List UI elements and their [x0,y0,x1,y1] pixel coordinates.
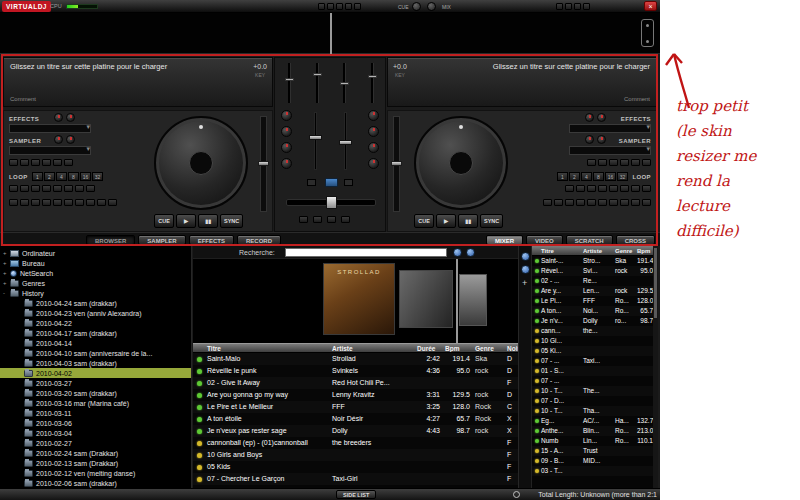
deck1-effect-selector[interactable]: ▾ [9,124,91,133]
tab-cross[interactable]: CROSS [616,235,655,245]
loop-length-button[interactable]: 32 [617,172,628,181]
track-row[interactable]: Le Pire et Le MeilleurFFF3:25128.0RockC [193,401,518,413]
knob[interactable] [66,135,75,144]
deck2-title-area[interactable]: Glissez un titre sur cette platine pour … [387,57,657,107]
loop-length-button[interactable]: 4 [581,172,592,181]
close-button[interactable]: × [644,1,657,11]
sidelist-row[interactable]: Anthe...Blin...Ro...213.0 [532,426,654,436]
sidelist-row[interactable]: 09 - B...MID... [532,456,654,466]
column-header[interactable]: Genre [614,246,636,255]
knob[interactable] [281,126,292,137]
knob[interactable] [54,113,63,122]
knob[interactable] [66,113,75,122]
mini-button[interactable] [64,199,73,206]
sidelist-row[interactable]: 07 - ... [532,376,654,386]
transport-pause-button[interactable]: ▮▮ [198,214,218,228]
sidelist-row[interactable]: Are y...Len...rock129.5 [532,286,654,296]
tree-expander[interactable]: + [3,278,10,288]
mini-button[interactable] [64,159,73,166]
track-row[interactable]: 10 Girls and BoysF [193,449,518,461]
tab-sampler[interactable]: SAMPLER [138,235,185,245]
sidelist-row[interactable]: 15 - A...Trust [532,446,654,456]
mini-button[interactable] [327,216,336,223]
mini-button[interactable] [86,199,95,206]
mini-fader[interactable] [288,63,291,103]
transport-sync-button[interactable]: SYNC [480,214,503,228]
loop-length-button[interactable]: 16 [605,172,616,181]
mini-button[interactable] [108,199,117,206]
deck2-pitch-slider[interactable] [393,116,400,212]
mini-button[interactable] [631,185,640,192]
album-cover[interactable]: STROLLAD [323,263,395,335]
mini-button[interactable] [574,3,581,10]
mini-button[interactable] [31,199,40,206]
tree-item[interactable]: 2010-02-06 sam (drakkar) [0,478,191,488]
knob[interactable] [281,110,292,121]
mini-button[interactable] [576,199,585,206]
deck1-volume-fader[interactable] [314,112,317,170]
mini-button[interactable] [31,159,40,166]
column-header[interactable]: Artiste [330,344,415,352]
mini-button[interactable] [620,159,629,166]
album-cover[interactable] [399,270,453,328]
transport-cue-button[interactable]: CUE [154,214,174,228]
loop-length-button[interactable]: 8 [593,172,604,181]
sidelist-row[interactable]: 03 - T... [532,466,654,476]
side-list-button[interactable]: SIDE LIST [336,490,376,499]
mini-button[interactable] [587,159,596,166]
mini-button[interactable] [565,185,574,192]
search-option-icon[interactable] [453,248,462,257]
tree-expander[interactable]: + [3,258,10,268]
mini-button[interactable] [620,185,629,192]
mini-button[interactable] [75,199,84,206]
mini-button[interactable] [631,159,640,166]
tree-item[interactable]: 2010-02-13 sam (Drakkar) [0,458,191,468]
mini-button[interactable] [556,3,563,10]
sidelist-row[interactable]: NumbLin...Ro...110.1 [532,436,654,446]
deck1-jog-wheel[interactable] [154,116,248,210]
sidelist-row[interactable]: 01 - S... [532,366,654,376]
mini-button[interactable] [9,199,18,206]
track-row[interactable]: Réveille le punkSvinkels4:3695.0rockD [193,365,518,377]
knob[interactable] [597,113,606,122]
loop-length-button[interactable]: 2 [569,172,580,181]
mixer-mode-button[interactable] [325,178,338,187]
sidelist-row[interactable]: 02 - ...Re... [532,276,654,286]
track-row[interactable]: 05 KidsF [193,461,518,473]
tree-item[interactable]: 2010-03-06 [0,418,191,428]
column-header[interactable]: Durée [415,344,443,352]
knob[interactable] [368,142,379,153]
column-header[interactable]: Bpm [636,246,654,255]
deck1-title-area[interactable]: Glissez un titre sur cette platine pour … [3,57,273,107]
knob[interactable] [281,142,292,153]
tree-item[interactable]: +Ordinateur [0,248,191,258]
tree-item[interactable]: +Bureau [0,258,191,268]
mini-button[interactable] [299,216,308,223]
tree-expander[interactable]: + [3,268,10,278]
loop-length-button[interactable]: 16 [80,172,91,181]
tree-expander[interactable]: + [3,248,10,258]
sidelist-row[interactable]: 07 - ...Taxi... [532,356,654,366]
mini-button[interactable] [583,3,590,10]
mini-button[interactable] [576,185,585,192]
mini-fader[interactable] [371,63,374,103]
tab-effects[interactable]: EFFECTS [189,235,234,245]
mini-button[interactable] [20,185,29,192]
mini-button[interactable] [598,159,607,166]
mini-button[interactable] [97,199,106,206]
tree-item[interactable]: -History [0,288,191,298]
headphone-mix-knob[interactable] [427,2,436,11]
deck2-jog-wheel[interactable] [414,116,508,210]
knob[interactable] [597,135,606,144]
transport-cue-button[interactable]: CUE [414,214,434,228]
mini-button[interactable] [31,185,40,192]
mini-button[interactable] [587,185,596,192]
mini-button[interactable] [86,185,95,192]
deck1-pitch-slider[interactable] [260,116,267,212]
column-header[interactable]: Titre [540,246,582,255]
tree-item[interactable]: 2010-02-27 [0,438,191,448]
tree-item[interactable]: 2010-03-16 mar (Marina café) [0,398,191,408]
crossfader[interactable] [286,199,376,206]
transport-play-button[interactable]: ▶ [176,214,196,228]
add-icon[interactable]: + [522,278,527,288]
